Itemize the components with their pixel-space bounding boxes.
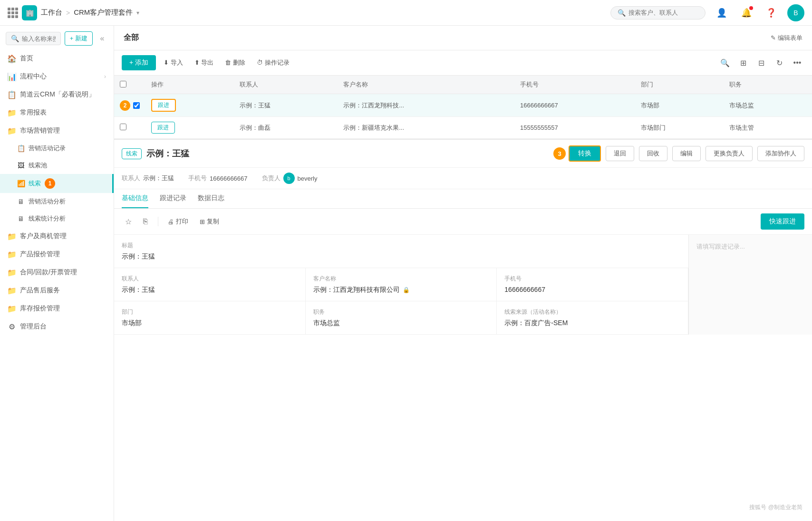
copy-button[interactable]: ⊞ 复制 xyxy=(196,215,223,228)
sidebar-new-button[interactable]: + 新建 xyxy=(65,31,93,46)
sidebar-item-stock-mgmt[interactable]: 📁 库存报价管理 xyxy=(0,299,114,318)
tab-basic[interactable]: 基础信息 xyxy=(122,189,148,208)
sidebar-item-contract[interactable]: 📁 合同/回款/开票管理 xyxy=(0,263,114,281)
section-title: 全部 xyxy=(124,33,767,43)
monitor-icon: 🖥 xyxy=(17,215,25,222)
dept-cell-1: 市场部 xyxy=(635,94,724,117)
global-search-bar[interactable]: 🔍 xyxy=(610,6,706,19)
chevron-right-icon: › xyxy=(104,73,106,80)
sidebar-item-label: 营销活动记录 xyxy=(29,144,66,153)
table-head: 操作 联系人 客户名称 手机号 部门 职务 xyxy=(114,76,812,94)
phone-cell-2: 15555555557 xyxy=(514,117,635,139)
sidebar-item-home[interactable]: 🏠 首页 xyxy=(0,49,114,68)
col-job: 职务 xyxy=(724,76,812,94)
sidebar-item-label: 产品报价管理 xyxy=(20,250,106,259)
sidebar-item-admin[interactable]: ⚙ 管理后台 xyxy=(0,318,114,336)
main-content: 全部 ✎ ✎ 编辑表单 编辑表单 + 添加 ⬇ 导入 ⬆ 导出 🗑 删除 ⏱ 操… xyxy=(114,26,812,521)
filter-icon[interactable]: ⊞ xyxy=(736,56,750,70)
app-grid-icon[interactable] xyxy=(8,8,18,18)
import-button[interactable]: ⬇ 导入 xyxy=(160,56,187,69)
notifications-icon[interactable]: 🔔 xyxy=(738,4,755,21)
print-button[interactable]: 🖨 打印 xyxy=(164,215,192,228)
col-contact: 联系人 xyxy=(234,76,338,94)
sidebar-item-label: 简道云CRM「必看说明」 xyxy=(20,90,106,99)
sidebar-item-reports[interactable]: 📁 常用报表 xyxy=(0,104,114,122)
field-label: 手机号 xyxy=(504,275,680,283)
sidebar-item-leads-pool[interactable]: 🖼 线索池 xyxy=(0,157,114,174)
tab-datalog[interactable]: 数据日志 xyxy=(198,189,224,208)
field-label: 线索来源（活动名称） xyxy=(504,308,680,316)
user-switch-icon[interactable]: 👤 xyxy=(713,4,730,21)
follow-button-2[interactable]: 跟进 xyxy=(151,122,175,134)
meta-phone: 手机号 16666666667 xyxy=(188,174,248,183)
sidebar-item-leads-analysis[interactable]: 🖥 线索统计分析 xyxy=(0,210,114,227)
collect-icon[interactable]: ☆ xyxy=(122,215,135,228)
watermark: 搜狐号 @制造业老简 xyxy=(749,503,802,511)
refresh-icon[interactable]: ↻ xyxy=(772,56,786,70)
table-row: 跟进 示例：曲磊 示例：新疆塔克水果... 15555555557 市场部门 市… xyxy=(114,117,812,139)
customer-cell-2: 示例：新疆塔克水果... xyxy=(338,117,514,139)
select-all-checkbox[interactable] xyxy=(120,81,126,87)
field-contact: 联系人 示例：王猛 xyxy=(114,268,306,301)
brand-logo: 🏢 xyxy=(22,5,37,20)
add-coop-button[interactable]: 添加协作人 xyxy=(757,146,804,161)
global-search-input[interactable] xyxy=(628,9,695,16)
tab-follow[interactable]: 跟进记录 xyxy=(160,189,186,208)
meta-contact: 联系人 示例：王猛 xyxy=(122,174,174,183)
sidebar-item-marketing-mgmt[interactable]: 📁 市场营销管理 xyxy=(0,122,114,140)
sidebar-item-jiandao[interactable]: 📋 简道云CRM「必看说明」 xyxy=(0,86,114,104)
toolbar-right: 🔍 ⊞ ⊟ ↻ ••• xyxy=(718,56,804,70)
sidebar-collapse-btn[interactable]: « xyxy=(97,33,108,44)
view-icon[interactable]: ⊟ xyxy=(754,56,768,70)
sidebar-item-after-sale[interactable]: 📁 产品售后服务 xyxy=(0,281,114,299)
delete-button[interactable]: 🗑 删除 xyxy=(221,56,249,69)
crm-dropdown-icon[interactable]: ▾ xyxy=(136,10,139,16)
follow-button-1[interactable]: 跟进 xyxy=(151,99,176,112)
leads-tag: 线索 xyxy=(122,148,142,159)
change-owner-button[interactable]: 更换负责人 xyxy=(706,146,753,161)
owner-avatar: b xyxy=(283,173,295,184)
sidebar: 🔍 + 新建 « 🏠 首页 📊 流程中心 › 📋 简道云CRM「必看说明」 📁 … xyxy=(0,26,114,521)
leads-icon: 📶 xyxy=(17,180,25,187)
op-log-button[interactable]: ⏱ 操作记录 xyxy=(253,56,293,69)
sidebar-item-marketing-record[interactable]: 📋 营销活动记录 xyxy=(0,140,114,157)
more-icon[interactable]: ••• xyxy=(790,56,804,70)
return-button[interactable]: 退回 xyxy=(606,146,634,161)
search-toggle-icon[interactable]: 🔍 xyxy=(718,56,732,70)
detail-tabs: 基础信息 跟进记录 数据日志 xyxy=(114,189,812,209)
sidebar-item-label: 合同/回款/开票管理 xyxy=(20,268,106,277)
collect-button[interactable]: 回收 xyxy=(639,146,667,161)
detail-title: 示例：王猛 xyxy=(146,148,189,159)
field-value: 示例：百度广告-SEM xyxy=(504,319,680,328)
sidebar-item-leads[interactable]: 📶 线索 1 xyxy=(0,174,114,193)
quick-follow-button[interactable]: 快速跟进 xyxy=(761,213,804,230)
sidebar-item-product-quote[interactable]: 📁 产品报价管理 xyxy=(0,245,114,263)
edit-button[interactable]: 编辑 xyxy=(672,146,701,161)
sidebar-item-marketing-analysis[interactable]: 🖥 营销活动分析 xyxy=(0,193,114,210)
doc-icon: 📋 xyxy=(8,90,16,99)
notification-badge xyxy=(749,6,753,10)
sidebar-item-customer-mgmt[interactable]: 📁 客户及商机管理 xyxy=(0,227,114,245)
field-value: 16666666667 xyxy=(504,286,680,293)
export-button[interactable]: ⬆ 导出 xyxy=(191,56,218,69)
edit-table-button[interactable]: ✎ ✎ 编辑表单 编辑表单 xyxy=(771,34,802,42)
convert-button[interactable]: 转换 xyxy=(569,145,601,162)
crm-title[interactable]: CRM客户管理套件 xyxy=(74,8,133,17)
sidebar-search-input-wrap[interactable]: 🔍 xyxy=(6,32,61,45)
sidebar-search-field[interactable] xyxy=(22,35,56,42)
row-checkbox-1[interactable] xyxy=(133,102,140,109)
sidebar-item-process[interactable]: 📊 流程中心 › xyxy=(0,68,114,86)
sidebar-item-label: 营销活动分析 xyxy=(29,197,66,206)
workbench-title[interactable]: 工作台 xyxy=(41,8,62,17)
add-button[interactable]: + 添加 xyxy=(122,55,156,70)
help-icon[interactable]: ❓ xyxy=(763,4,780,21)
quick-follow-panel: 请填写跟进记录... xyxy=(688,235,812,335)
field-label: 客户名称 xyxy=(313,275,489,283)
form-grid: 联系人 示例：王猛 客户名称 示例：江西龙翔科技有限公司 🔒 xyxy=(114,268,688,335)
field-source: 线索来源（活动名称） 示例：百度广告-SEM xyxy=(497,301,688,335)
row-checkbox-2[interactable] xyxy=(120,124,126,130)
copy-icon: ⊞ xyxy=(200,218,205,225)
share-icon[interactable]: ⎘ xyxy=(139,215,152,228)
leads-badge: 1 xyxy=(45,178,55,189)
avatar[interactable]: B xyxy=(787,4,804,21)
